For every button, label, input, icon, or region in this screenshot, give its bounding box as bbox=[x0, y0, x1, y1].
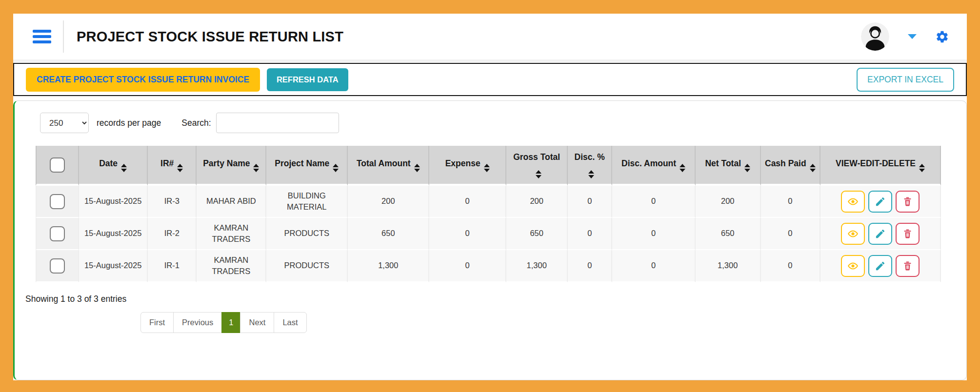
cell-disc-amt: 0 bbox=[612, 218, 696, 250]
row-checkbox[interactable] bbox=[50, 258, 65, 274]
column-header-total-amount[interactable]: Total Amount bbox=[348, 146, 429, 186]
column-header-net-total[interactable]: Net Total bbox=[696, 146, 761, 186]
sort-icon bbox=[744, 164, 750, 172]
select-all-checkbox[interactable] bbox=[50, 157, 65, 173]
pagination-next[interactable]: Next bbox=[240, 312, 274, 333]
column-header-disc-pct[interactable]: Disc. % bbox=[568, 146, 612, 186]
cell-actions bbox=[820, 186, 941, 218]
user-avatar-icon[interactable] bbox=[861, 22, 889, 51]
hamburger-icon[interactable] bbox=[33, 30, 51, 43]
cell-ir: IR-3 bbox=[148, 186, 197, 218]
cell-actions bbox=[820, 218, 941, 250]
page-size-select[interactable]: 250 bbox=[40, 113, 89, 133]
column-header-ir[interactable]: IR# bbox=[148, 146, 197, 186]
sort-icon bbox=[253, 164, 259, 172]
records-per-page-label: records per page bbox=[97, 118, 161, 128]
edit-button[interactable] bbox=[868, 223, 892, 245]
cell-total: 650 bbox=[348, 218, 429, 250]
column-header-project-name[interactable]: Project Name bbox=[266, 146, 348, 186]
cell-expense: 0 bbox=[429, 250, 506, 282]
header-select-all-cell bbox=[36, 146, 79, 186]
column-header-expense[interactable]: Expense bbox=[429, 146, 506, 186]
main-window: PROJECT STOCK ISSUE RETURN LIST bbox=[13, 14, 967, 380]
table-header-row: Date IR# Party Name Project Name Total A… bbox=[36, 146, 941, 186]
cell-party: KAMRAN TRADERS bbox=[197, 250, 266, 282]
export-excel-button[interactable]: EXPORT IN EXCEL bbox=[857, 68, 954, 92]
cell-disc-pct: 0 bbox=[568, 250, 612, 282]
cell-disc-amt: 0 bbox=[612, 250, 696, 282]
cell-disc-pct: 0 bbox=[568, 218, 612, 250]
gear-icon[interactable] bbox=[935, 30, 949, 44]
pagination-first[interactable]: First bbox=[140, 312, 174, 333]
delete-button[interactable] bbox=[896, 191, 920, 213]
search-input[interactable] bbox=[216, 113, 339, 133]
showing-entries-text: Showing 1 to 3 of 3 entries bbox=[25, 294, 966, 304]
view-button[interactable] bbox=[841, 255, 865, 277]
page-title: PROJECT STOCK ISSUE RETURN LIST bbox=[77, 29, 343, 45]
create-invoice-button[interactable]: CREATE PROJECT STOCK ISSUE RETURN INVOIC… bbox=[26, 68, 260, 92]
table-row: 15-August-2025 IR-3 MAHAR ABID BUILDING … bbox=[36, 186, 941, 218]
header-divider bbox=[63, 20, 64, 53]
top-header: PROJECT STOCK ISSUE RETURN LIST bbox=[13, 14, 967, 62]
cell-ir: IR-1 bbox=[148, 250, 197, 282]
sort-icon bbox=[484, 164, 490, 172]
cell-net: 200 bbox=[696, 186, 761, 218]
pagination-last[interactable]: Last bbox=[274, 312, 306, 333]
delete-button[interactable] bbox=[896, 255, 920, 277]
table-row: 15-August-2025 IR-2 KAMRAN TRADERS PRODU… bbox=[36, 218, 941, 250]
sort-icon bbox=[536, 170, 541, 178]
view-button[interactable] bbox=[841, 191, 865, 213]
caret-down-icon[interactable] bbox=[908, 34, 917, 39]
sort-icon bbox=[588, 170, 594, 178]
cell-date: 15-August-2025 bbox=[79, 250, 148, 282]
cell-date: 15-August-2025 bbox=[79, 186, 148, 218]
data-table-wrap: Date IR# Party Name Project Name Total A… bbox=[36, 146, 941, 282]
cell-total: 1,300 bbox=[348, 250, 429, 282]
column-header-cash-paid[interactable]: Cash Paid bbox=[761, 146, 820, 186]
row-checkbox[interactable] bbox=[50, 194, 65, 209]
pagination-page-1[interactable]: 1 bbox=[221, 312, 240, 333]
sort-icon bbox=[333, 164, 339, 172]
pagination: First Previous 1 Next Last bbox=[140, 312, 307, 333]
cell-net: 1,300 bbox=[696, 250, 761, 282]
sort-icon bbox=[919, 164, 925, 172]
cell-actions bbox=[820, 250, 941, 282]
view-button[interactable] bbox=[841, 223, 865, 245]
sort-icon bbox=[414, 164, 420, 172]
header-right-cluster bbox=[861, 22, 949, 51]
cell-disc-amt: 0 bbox=[612, 186, 696, 218]
cell-expense: 0 bbox=[429, 186, 506, 218]
sort-icon bbox=[680, 164, 685, 172]
refresh-data-button[interactable]: REFRESH DATA bbox=[267, 68, 348, 91]
cell-gross: 200 bbox=[506, 186, 568, 218]
cell-date: 15-August-2025 bbox=[79, 218, 148, 250]
data-table: Date IR# Party Name Project Name Total A… bbox=[36, 146, 941, 282]
edit-button[interactable] bbox=[868, 255, 892, 277]
table-controls: 250 records per page Search: bbox=[40, 113, 966, 133]
delete-button[interactable] bbox=[896, 223, 920, 245]
cell-party: MAHAR ABID bbox=[197, 186, 266, 218]
column-header-disc-amount[interactable]: Disc. Amount bbox=[612, 146, 696, 186]
edit-button[interactable] bbox=[868, 191, 892, 213]
action-toolbar: CREATE PROJECT STOCK ISSUE RETURN INVOIC… bbox=[13, 63, 967, 96]
cell-cash: 0 bbox=[761, 218, 820, 250]
cell-cash: 0 bbox=[761, 250, 820, 282]
cell-ir: IR-2 bbox=[148, 218, 197, 250]
table-row: 15-August-2025 IR-1 KAMRAN TRADERS PRODU… bbox=[36, 250, 941, 282]
cell-expense: 0 bbox=[429, 218, 506, 250]
row-checkbox[interactable] bbox=[50, 226, 65, 241]
search-label: Search: bbox=[181, 118, 211, 128]
column-header-gross-total[interactable]: Gross Total bbox=[506, 146, 568, 186]
column-header-date[interactable]: Date bbox=[79, 146, 148, 186]
cell-gross: 1,300 bbox=[506, 250, 568, 282]
cell-cash: 0 bbox=[761, 186, 820, 218]
cell-project: BUILDING MATERIAL bbox=[266, 186, 348, 218]
cell-project: PRODUCTS bbox=[266, 250, 348, 282]
pagination-previous[interactable]: Previous bbox=[173, 312, 222, 333]
sort-icon bbox=[121, 164, 127, 172]
cell-gross: 650 bbox=[506, 218, 568, 250]
cell-net: 650 bbox=[696, 218, 761, 250]
column-header-party-name[interactable]: Party Name bbox=[197, 146, 266, 186]
sort-icon bbox=[810, 164, 816, 172]
column-header-view-edit-delete[interactable]: VIEW-EDIT-DELETE bbox=[820, 146, 941, 186]
